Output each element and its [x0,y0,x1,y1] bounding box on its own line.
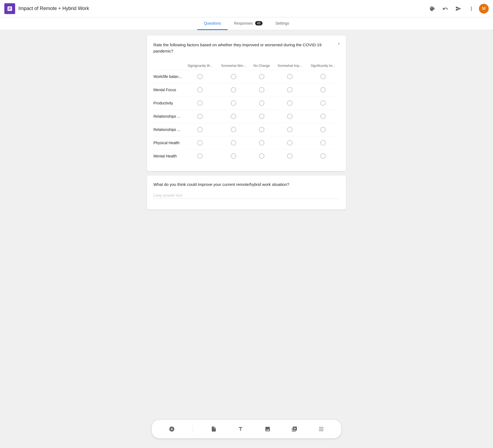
grid-row: Relationships ... [153,123,340,136]
grid-radio-4-4[interactable] [306,123,340,136]
grid-row-label-header [153,62,183,70]
grid-radio-3-3[interactable] [273,110,306,123]
radio-circle-6-1[interactable] [231,153,236,159]
grid-radio-0-3[interactable] [273,70,306,83]
grid-radio-6-2[interactable] [250,150,273,163]
grid-radio-1-3[interactable] [273,83,306,97]
add-title-button[interactable] [235,423,247,435]
main-content: Rate the following factors based on whet… [144,35,349,210]
radio-circle-0-4[interactable] [320,74,326,79]
radio-circle-0-1[interactable] [231,74,236,79]
grid-radio-1-4[interactable] [306,83,340,97]
grid-radio-0-4[interactable] [306,70,340,83]
radio-circle-0-2[interactable] [259,74,264,79]
avatar[interactable]: M [479,4,489,14]
grid-row-label-1: Mental Focus [153,83,183,97]
grid-radio-3-0[interactable] [183,110,217,123]
undo-button[interactable] [440,3,451,14]
radio-circle-0-0[interactable] [197,74,203,79]
grid-radio-5-0[interactable] [183,136,217,150]
grid-row-label-6: Mental Health [153,150,183,163]
grid-radio-2-2[interactable] [250,97,273,110]
radio-circle-4-2[interactable] [259,127,264,132]
radio-circle-2-3[interactable] [287,100,292,106]
send-button[interactable] [453,3,464,14]
radio-circle-6-3[interactable] [287,153,292,159]
grid-radio-2-0[interactable] [183,97,217,110]
radio-circle-4-4[interactable] [320,127,326,132]
radio-circle-3-4[interactable] [320,114,326,119]
radio-circle-1-4[interactable] [320,87,326,93]
grid-radio-5-4[interactable] [306,136,340,150]
grid-radio-4-0[interactable] [183,123,217,136]
radio-circle-6-2[interactable] [259,153,264,159]
grid-row: Productivity [153,97,340,110]
more-menu-button[interactable] [466,3,477,14]
radio-circle-1-3[interactable] [287,87,292,93]
radio-circle-6-0[interactable] [197,153,203,159]
radio-circle-2-4[interactable] [320,100,326,106]
radio-circle-2-0[interactable] [197,100,203,106]
grid-radio-4-2[interactable] [250,123,273,136]
grid-radio-0-1[interactable] [217,70,250,83]
grid-radio-4-3[interactable] [273,123,306,136]
radio-circle-5-3[interactable] [287,140,292,146]
video-icon [291,426,297,432]
grid-radio-6-3[interactable] [273,150,306,163]
tab-settings[interactable]: Settings [269,17,296,30]
radio-circle-5-2[interactable] [259,140,264,146]
radio-circle-3-0[interactable] [197,114,203,119]
send-icon [455,6,461,12]
grid-radio-1-2[interactable] [250,83,273,97]
radio-circle-5-4[interactable] [320,140,326,146]
import-question-button[interactable] [208,423,220,435]
grid-row: Mental Health [153,150,340,163]
grid-radio-2-4[interactable] [306,97,340,110]
grid-radio-6-4[interactable] [306,150,340,163]
grid-radio-0-2[interactable] [250,70,273,83]
grid-radio-2-3[interactable] [273,97,306,110]
radio-circle-1-1[interactable] [231,87,236,93]
grid-header-row: Signigicantly W... Somewhat Wor... No Ch… [153,62,340,70]
grid-row-label-5: Physical Health [153,136,183,150]
radio-circle-2-2[interactable] [259,100,264,106]
add-video-button[interactable] [288,423,300,435]
radio-circle-5-1[interactable] [231,140,236,146]
radio-circle-1-0[interactable] [197,87,203,93]
radio-circle-1-2[interactable] [259,87,264,93]
grid-row-label-2: Productivity [153,97,183,110]
grid-radio-5-1[interactable] [217,136,250,150]
radio-circle-6-4[interactable] [320,153,326,159]
grid-radio-4-1[interactable] [217,123,250,136]
palette-icon [429,6,435,12]
grid-radio-5-3[interactable] [273,136,306,150]
add-image-button[interactable] [262,423,274,435]
tab-questions[interactable]: Questions [197,17,227,30]
grid-radio-3-2[interactable] [250,110,273,123]
grid-radio-1-0[interactable] [183,83,217,97]
radio-circle-3-3[interactable] [287,114,292,119]
grid-radio-3-4[interactable] [306,110,340,123]
radio-circle-3-2[interactable] [259,114,264,119]
radio-circle-4-0[interactable] [197,127,203,132]
bottom-toolbar [152,420,341,438]
grid-radio-6-0[interactable] [183,150,217,163]
palette-button[interactable] [427,3,438,14]
grid-radio-6-1[interactable] [217,150,250,163]
radio-circle-2-1[interactable] [231,100,236,106]
grid-radio-2-1[interactable] [217,97,250,110]
app-icon [4,3,15,14]
grid-radio-5-2[interactable] [250,136,273,150]
radio-circle-4-1[interactable] [231,127,236,132]
add-question-button[interactable] [166,423,178,435]
grid-radio-3-1[interactable] [217,110,250,123]
responses-badge: 48 [255,21,262,25]
radio-circle-5-0[interactable] [197,140,203,146]
radio-circle-3-1[interactable] [231,114,236,119]
add-section-button[interactable] [315,423,327,435]
radio-circle-0-3[interactable] [287,74,292,79]
grid-radio-0-0[interactable] [183,70,217,83]
grid-radio-1-1[interactable] [217,83,250,97]
tab-responses[interactable]: Responses 48 [228,17,269,30]
radio-circle-4-3[interactable] [287,127,292,132]
